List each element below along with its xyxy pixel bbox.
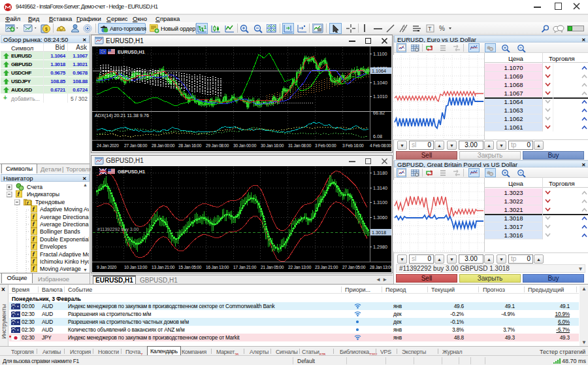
svg-text:1.1010: 1.1010 <box>373 94 387 99</box>
svg-text:6.08: 6.08 <box>373 133 382 139</box>
svg-text:1.3018: 1.3018 <box>372 230 386 235</box>
svg-text:15 Jan 05:00: 15 Jan 05:00 <box>178 265 202 269</box>
svg-text:22 Jan 13:00: 22 Jan 13:00 <box>288 265 312 269</box>
svg-text:T: T <box>428 26 432 32</box>
svg-text:1.3100: 1.3100 <box>373 200 387 205</box>
svg-text:1.3060: 1.3060 <box>373 215 387 220</box>
svg-text:29 Jan 08:00: 29 Jan 08:00 <box>206 143 229 148</box>
svg-text:17 Jan 21:00: 17 Jan 21:00 <box>233 265 257 269</box>
svg-text:30 Jan 16:00: 30 Jan 16:00 <box>261 143 284 148</box>
svg-text:13 Jan 21:00: 13 Jan 21:00 <box>152 265 175 269</box>
svg-text:27 Jan 08:00: 27 Jan 08:00 <box>124 143 148 148</box>
svg-text:21 Jan 05:00: 21 Jan 05:00 <box>261 265 284 269</box>
svg-text:28 Jan 00:00: 28 Jan 00:00 <box>152 143 175 148</box>
svg-text:%: % <box>439 25 445 32</box>
svg-text:#11392292 buy 3.00: #11392292 buy 3.00 <box>97 227 139 232</box>
svg-text:31 Jan 08:00: 31 Jan 08:00 <box>288 143 312 148</box>
svg-text:24 Jan 2020: 24 Jan 2020 <box>97 143 119 148</box>
svg-text:EURUSD,H1: EURUSD,H1 <box>118 49 145 55</box>
svg-text:28 Jan 16:00: 28 Jan 16:00 <box>178 143 202 148</box>
svg-text:27 Jan 05:00: 27 Jan 05:00 <box>342 265 366 269</box>
svg-text:1: 1 <box>204 25 206 29</box>
svg-text:28 Jan 13:00: 28 Jan 13:00 <box>370 265 391 269</box>
svg-text:3 Feb 00:00: 3 Feb 00:00 <box>315 143 336 148</box>
svg-text:1.2980: 1.2980 <box>373 244 387 250</box>
svg-text:10 Jan 13:00: 10 Jan 13:00 <box>124 265 148 269</box>
svg-text:1.3140: 1.3140 <box>373 185 387 191</box>
svg-text:1.1100: 1.1100 <box>373 51 387 57</box>
svg-text:9 Jan 2020: 9 Jan 2020 <box>97 265 117 269</box>
svg-text:1.1064: 1.1064 <box>372 68 386 74</box>
svg-text:ADX(14) 20.21 11.38 9.76: ADX(14) 20.21 11.38 9.76 <box>95 113 149 118</box>
svg-text:4 Feb 08:00: 4 Feb 08:00 <box>370 143 391 148</box>
svg-text:16 Jan 13:00: 16 Jan 13:00 <box>206 265 229 269</box>
svg-text:1.1040: 1.1040 <box>373 80 387 86</box>
svg-text:$: $ <box>45 27 48 32</box>
svg-text:66.82: 66.82 <box>373 110 385 116</box>
svg-text:1.3180: 1.3180 <box>373 170 387 176</box>
svg-text:23 Jan 21:00: 23 Jan 21:00 <box>315 265 338 269</box>
svg-text:30 Jan 00:00: 30 Jan 00:00 <box>233 143 257 148</box>
svg-text:GBPUSD,H1: GBPUSD,H1 <box>118 169 145 175</box>
svg-text:3 Feb 16:00: 3 Feb 16:00 <box>342 143 364 148</box>
